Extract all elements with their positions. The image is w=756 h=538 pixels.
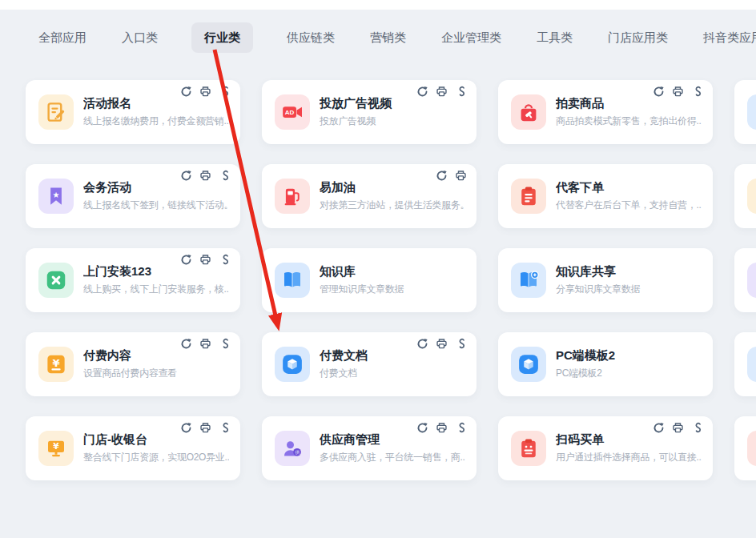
top-strip: [0, 0, 756, 10]
app-card[interactable]: 上门安装123 线上购买，线下上门安装服务，核...: [26, 248, 240, 312]
link-icon[interactable]: [219, 254, 231, 266]
tab-抖音类应用[interactable]: 抖音类应用: [702, 22, 756, 53]
refresh-icon[interactable]: [180, 254, 192, 266]
app-card-body: 投放广告视频 投放广告视频: [320, 96, 465, 128]
app-card[interactable]: 知识库 管理知识库文章数据: [262, 248, 477, 312]
printer-icon[interactable]: [455, 170, 467, 182]
printer-icon[interactable]: [436, 422, 448, 434]
printer-icon[interactable]: [436, 338, 448, 350]
tab-行业类[interactable]: 行业类: [191, 22, 253, 53]
card-actions: [180, 170, 231, 182]
printer-icon[interactable]: [199, 338, 211, 350]
proxy-order-icon: [517, 184, 541, 208]
partial-app-card[interactable]: [734, 248, 756, 312]
app-card[interactable]: 付费文档 付费文档: [262, 332, 477, 396]
app-description: 分享知识库文章数据: [556, 283, 702, 296]
printer-icon[interactable]: [436, 86, 448, 98]
link-icon[interactable]: [455, 338, 467, 350]
app-card[interactable]: 代客下单 代替客户在后台下单，支持自营，...: [498, 164, 713, 228]
link-icon[interactable]: [455, 86, 467, 98]
app-card[interactable]: 付费内容 设置商品付费内容查看: [26, 332, 240, 396]
partial-app-card[interactable]: [734, 80, 756, 144]
app-card[interactable]: 易加油 对接第三方油站，提供生活类服务。: [262, 164, 477, 228]
card-actions: [416, 422, 467, 434]
refresh-icon[interactable]: [653, 86, 665, 98]
app-card-body: 活动报名 线上报名缴纳费用，付费金额营销...: [83, 96, 229, 128]
app-description: 付费文档: [320, 367, 465, 380]
card-actions: [653, 422, 703, 434]
link-icon[interactable]: [455, 422, 467, 434]
app-title: PC端模板2: [556, 348, 702, 363]
tab-入口类[interactable]: 入口类: [120, 22, 159, 53]
app-card[interactable]: 扫码买单 用户通过插件选择商品，可以直接...: [498, 416, 713, 480]
app-card-body: 易加油 对接第三方油站，提供生活类服务。: [320, 180, 465, 212]
app-card[interactable]: 活动报名 线上报名缴纳费用，付费金额营销...: [26, 80, 240, 144]
refresh-icon[interactable]: [436, 170, 448, 182]
app-card[interactable]: 投放广告视频 投放广告视频: [262, 80, 477, 144]
app-description: 用户通过插件选择商品，可以直接...: [556, 451, 702, 464]
app-icon-tile: [511, 94, 546, 130]
tab-门店应用类[interactable]: 门店应用类: [606, 22, 670, 53]
app-card[interactable]: PC端模板2 PC端模板2: [498, 332, 713, 396]
app-description: 设置商品付费内容查看: [83, 367, 229, 380]
refresh-icon[interactable]: [180, 338, 192, 350]
tab-企业管理类[interactable]: 企业管理类: [440, 22, 503, 53]
app-title: 知识库: [320, 264, 465, 279]
refresh-icon[interactable]: [653, 422, 665, 434]
partial-app-card[interactable]: [734, 164, 756, 228]
app-card[interactable]: 知识库共享 分享知识库文章数据: [498, 248, 713, 312]
refresh-icon[interactable]: [180, 170, 192, 182]
refresh-icon[interactable]: [180, 86, 192, 98]
app-description: 商品拍卖模式新零售，竞拍出价得...: [556, 114, 702, 128]
printer-icon[interactable]: [199, 254, 211, 266]
install-icon: [44, 268, 68, 292]
app-icon-tile: [747, 179, 756, 214]
app-title: 活动报名: [83, 96, 229, 110]
tab-全部应用[interactable]: 全部应用: [37, 22, 88, 53]
printer-icon[interactable]: [199, 422, 211, 434]
link-icon[interactable]: [219, 86, 231, 98]
app-card-body: 扫码买单 用户通过插件选择商品，可以直接...: [556, 432, 702, 464]
link-icon[interactable]: [691, 86, 703, 98]
app-title: 扫码买单: [556, 432, 702, 447]
app-description: PC端模板2: [556, 367, 702, 380]
app-card-grid: 活动报名 线上报名缴纳费用，付费金额营销... 投放广告视频 投放广告视频 拍卖…: [26, 80, 756, 480]
app-icon-tile: [38, 431, 74, 466]
tab-营销类[interactable]: 营销类: [368, 22, 408, 53]
app-title: 付费文档: [320, 348, 465, 363]
tab-供应链类[interactable]: 供应链类: [285, 22, 336, 53]
app-card-body: 付费内容 设置商品付费内容查看: [83, 348, 229, 380]
partial-app-card[interactable]: [734, 332, 756, 396]
printer-icon[interactable]: [672, 86, 684, 98]
app-card[interactable]: 门店-收银台 整合线下门店资源，实现O2O异业...: [26, 416, 240, 480]
card-actions: [416, 338, 467, 350]
link-icon[interactable]: [691, 422, 703, 434]
refresh-icon[interactable]: [416, 338, 428, 350]
fuel-icon: [280, 184, 304, 208]
refresh-icon[interactable]: [180, 422, 192, 434]
app-icon-tile: [511, 263, 546, 298]
refresh-icon[interactable]: [416, 86, 428, 98]
link-icon[interactable]: [219, 170, 231, 182]
app-card[interactable]: 会务活动 线上报名线下签到，链接线下活动。: [26, 164, 240, 228]
tab-工具类[interactable]: 工具类: [535, 22, 574, 53]
pc-template-icon: [517, 352, 541, 376]
partial-app-card[interactable]: [734, 416, 756, 480]
link-icon[interactable]: [219, 422, 231, 434]
app-title: 供应商管理: [320, 432, 465, 447]
knowledge-share-icon: [517, 268, 541, 292]
printer-icon[interactable]: [672, 422, 684, 434]
printer-icon[interactable]: [199, 170, 211, 182]
card-actions: [180, 338, 231, 350]
card-actions: [436, 170, 467, 182]
app-card[interactable]: 拍卖商品 商品拍卖模式新零售，竞拍出价得...: [498, 80, 713, 144]
card-actions: [180, 254, 231, 266]
auction-goods-icon: [517, 100, 541, 124]
link-icon[interactable]: [219, 338, 231, 350]
app-card-body: 上门安装123 线上购买，线下上门安装服务，核...: [83, 264, 229, 296]
app-icon-tile: [747, 431, 756, 466]
refresh-icon[interactable]: [416, 422, 428, 434]
printer-icon[interactable]: [199, 86, 211, 98]
app-description: 管理知识库文章数据: [320, 283, 465, 296]
app-card[interactable]: 供应商管理 多供应商入驻，平台统一销售，商...: [262, 416, 477, 480]
